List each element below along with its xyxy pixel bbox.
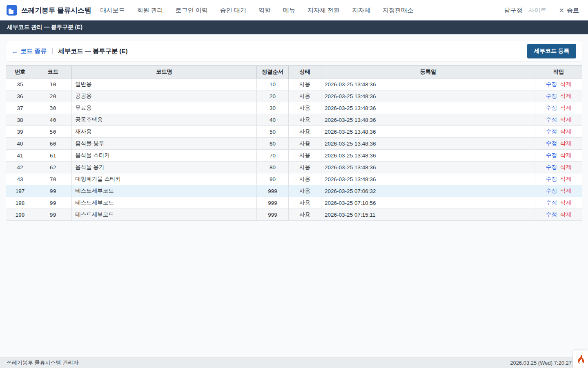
status-cell: 사용 [288, 114, 321, 126]
row-number-cell: 39 [6, 126, 34, 138]
delete-link[interactable]: 삭제 [560, 117, 571, 123]
code-name-cell: 일반용 [72, 79, 257, 90]
registered-date-cell: 2026-03-25 13:48:36 [321, 79, 535, 90]
nav-item-6[interactable]: 지자체 전환 [307, 7, 340, 14]
edit-link[interactable]: 수정 [546, 176, 557, 182]
registered-date-cell: 2026-03-25 13:48:36 [321, 126, 535, 138]
row-number-cell: 199 [6, 209, 34, 221]
register-detail-code-button[interactable]: 세부코드 등록 [527, 44, 577, 58]
code-cell: 50 [34, 126, 72, 138]
code-name-cell: 재사용 [72, 126, 257, 138]
actions-cell: 수정삭제 [535, 150, 582, 162]
nav-item-8[interactable]: 지정판매소 [383, 7, 413, 14]
edit-link[interactable]: 수정 [546, 140, 557, 146]
page-title: 세부코드 관리 — 봉투구분 (E) [7, 24, 82, 31]
sort-order-cell: 10 [256, 79, 288, 90]
delete-link[interactable]: 삭제 [560, 152, 571, 158]
column-header-0: 번호 [6, 66, 34, 79]
delete-link[interactable]: 삭제 [560, 81, 571, 87]
code-cell: 61 [34, 150, 72, 162]
nav-item-7[interactable]: 지자체 [352, 7, 370, 14]
org-name[interactable]: 남구청 [504, 7, 523, 14]
edit-link[interactable]: 수정 [546, 81, 557, 87]
exit-label: 종료 [567, 7, 579, 14]
code-name-cell: 공동주택용 [72, 114, 257, 126]
sort-order-cell: 20 [256, 90, 288, 102]
nav-item-1[interactable]: 회원 관리 [137, 7, 163, 14]
breadcrumb-divider: | [51, 47, 53, 55]
footer-admin-label: 쓰레기봉투 물류시스템 관리자 [7, 359, 78, 366]
status-cell: 사용 [288, 185, 321, 197]
content-area: ← 코드 종류 | 세부코드 — 봉투구분 (E) 세부코드 등록 번호코드코드… [0, 34, 588, 221]
code-cell: 10 [34, 79, 72, 90]
table-row: 3620공공용20사용2026-03-25 13:48:36수정삭제 [6, 90, 582, 102]
code-cell: 30 [34, 102, 72, 114]
table-row: 19999테스트세부코드999사용2026-03-25 07:15:11수정삭제 [6, 209, 582, 221]
footer-datetime: 2026.03.25 (Wed) 7:20:27 [510, 360, 572, 366]
table-row: 4370대형폐기물 스티커90사용2026-03-25 13:48:36수정삭제 [6, 173, 582, 185]
code-name-cell: 음식물 봉투 [72, 138, 257, 150]
app-logo-icon [7, 5, 17, 16]
row-number-cell: 42 [6, 162, 34, 173]
edit-link[interactable]: 수정 [546, 188, 557, 194]
edit-link[interactable]: 수정 [546, 200, 557, 206]
site-link[interactable]: 사이트 [528, 7, 547, 14]
status-cell: 사용 [288, 126, 321, 138]
table-row: 3510일반용10사용2026-03-25 13:48:36수정삭제 [6, 79, 582, 90]
edit-link[interactable]: 수정 [546, 211, 557, 218]
code-name-cell: 테스트세부코드 [72, 209, 257, 221]
code-cell: 62 [34, 162, 72, 173]
edit-link[interactable]: 수정 [546, 128, 557, 135]
delete-link[interactable]: 삭제 [560, 164, 571, 170]
status-cell: 사용 [288, 162, 321, 173]
page-header-bar: 세부코드 관리 — 봉투구분 (E) [0, 20, 588, 34]
edit-link[interactable]: 수정 [546, 117, 557, 123]
delete-link[interactable]: 삭제 [560, 105, 571, 111]
nav-item-2[interactable]: 로그인 이력 [176, 7, 208, 14]
actions-cell: 수정삭제 [535, 79, 582, 90]
nav-item-3[interactable]: 승인 대기 [220, 7, 246, 14]
column-header-6: 작업 [535, 66, 582, 79]
edit-link[interactable]: 수정 [546, 105, 557, 111]
status-cell: 사용 [288, 209, 321, 221]
back-to-code-types-link[interactable]: ← 코드 종류 [12, 47, 47, 55]
toolbar-card: ← 코드 종류 | 세부코드 — 봉투구분 (E) 세부코드 등록 [6, 41, 582, 61]
exit-button[interactable]: ✕ 종료 [559, 7, 579, 14]
edit-link[interactable]: 수정 [546, 164, 557, 170]
sort-order-cell: 60 [256, 138, 288, 150]
table-row: 19799테스트세부코드999사용2026-03-25 07:06:32수정삭제 [6, 185, 582, 197]
code-cell: 40 [34, 114, 72, 126]
code-name-cell: 음식물 용기 [72, 162, 257, 173]
table-row: 3950재사용50사용2026-03-25 13:48:36수정삭제 [6, 126, 582, 138]
delete-link[interactable]: 삭제 [560, 176, 571, 182]
status-cell: 사용 [288, 150, 321, 162]
registered-date-cell: 2026-03-25 07:10:56 [321, 197, 535, 209]
status-cell: 사용 [288, 138, 321, 150]
delete-link[interactable]: 삭제 [560, 128, 571, 135]
code-name-cell: 공공용 [72, 90, 257, 102]
delete-link[interactable]: 삭제 [560, 200, 571, 206]
debug-toolbar-toggle[interactable] [573, 350, 588, 368]
row-number-cell: 35 [6, 79, 34, 90]
sort-order-cell: 999 [256, 197, 288, 209]
brand[interactable]: 쓰레기봉투 물류시스템 [7, 5, 91, 16]
top-navbar: 쓰레기봉투 물류시스템 대시보드회원 관리로그인 이력승인 대기역할메뉴지자체 … [0, 0, 588, 20]
nav-item-5[interactable]: 메뉴 [283, 7, 295, 14]
column-header-3: 정렬순서 [256, 66, 288, 79]
delete-link[interactable]: 삭제 [560, 93, 571, 99]
delete-link[interactable]: 삭제 [560, 188, 571, 194]
code-name-cell: 테스트세부코드 [72, 197, 257, 209]
edit-link[interactable]: 수정 [546, 93, 557, 99]
row-number-cell: 41 [6, 150, 34, 162]
table-row: 4060음식물 봉투60사용2026-03-25 13:48:36수정삭제 [6, 138, 582, 150]
sort-order-cell: 90 [256, 173, 288, 185]
edit-link[interactable]: 수정 [546, 152, 557, 158]
row-number-cell: 43 [6, 173, 34, 185]
registered-date-cell: 2026-03-25 13:48:36 [321, 114, 535, 126]
table-header: 번호코드코드명정렬순서상태등록일작업 [6, 66, 582, 79]
app-title: 쓰레기봉투 물류시스템 [21, 6, 91, 15]
nav-item-0[interactable]: 대시보드 [100, 7, 125, 14]
nav-item-4[interactable]: 역할 [258, 7, 271, 14]
delete-link[interactable]: 삭제 [560, 140, 571, 146]
delete-link[interactable]: 삭제 [560, 211, 571, 218]
